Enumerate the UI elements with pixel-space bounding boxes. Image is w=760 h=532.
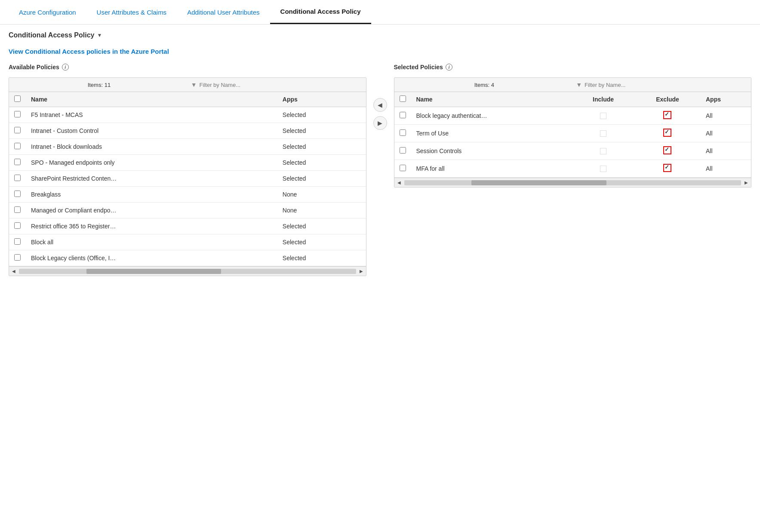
include-checkbox-icon [600,113,606,119]
available-row-checkbox[interactable] [14,143,21,149]
selected-row-exclude: ✓ [634,160,701,178]
transfer-buttons: ◀ ▶ [366,64,394,130]
selected-row-checkbox-cell [394,160,411,178]
available-table-row: SharePoint Restricted Conten… Selected [9,171,366,187]
selected-row-apps: All [701,160,751,178]
selected-exclude-col-header: Exclude [634,92,701,107]
available-table-row: Restrict office 365 to Register… Selecte… [9,218,366,234]
selected-row-checkbox-cell [394,142,411,160]
available-row-checkbox[interactable] [14,159,21,165]
available-table: Name Apps F5 Intranet - MCAS Selected In… [9,92,366,266]
selected-row-checkbox[interactable] [400,165,406,171]
available-policies-panel: Items: 11 ▼ Name [9,77,366,276]
available-table-row: Managed or Compliant endpo… None [9,203,366,218]
available-row-checkbox[interactable] [14,111,21,117]
selected-table-body: Block legacy authenticat… ✓ All Term of … [394,107,751,178]
available-filter-input[interactable] [200,82,361,88]
available-scroll-right[interactable]: ▶ [358,268,365,274]
selected-table-header: Name Include Exclude Apps [394,92,751,107]
selected-scroll-left[interactable]: ◀ [396,179,403,186]
available-section-label: Available Policies i [9,64,366,71]
available-row-checkbox-cell [9,155,26,171]
available-table-container: Name Apps F5 Intranet - MCAS Selected In… [9,92,366,266]
available-row-checkbox-cell [9,218,26,234]
available-row-checkbox[interactable] [14,127,21,133]
available-row-apps: Selected [277,250,366,266]
selected-select-all-checkbox[interactable] [400,95,406,102]
selected-filter-input[interactable] [585,82,746,88]
available-row-checkbox[interactable] [14,222,21,229]
selected-row-checkbox[interactable] [400,147,406,154]
available-scroll-track[interactable] [19,269,356,274]
transfer-left-btn[interactable]: ◀ [373,98,387,112]
selected-table-row: Session Controls ✓ All [394,142,751,160]
tab-azure-config[interactable]: Azure Configuration [9,1,86,24]
exclude-checkbox-icon[interactable]: ✓ [663,146,671,154]
include-checkbox-icon [600,166,606,172]
available-scroll-left[interactable]: ◀ [10,268,17,274]
selected-row-exclude: ✓ [634,107,701,125]
selected-filter-area: ▼ [576,81,746,88]
available-info-icon[interactable]: i [62,64,69,71]
available-table-row: Breakglass None [9,187,366,203]
available-table-row: F5 Intranet - MCAS Selected [9,107,366,123]
available-row-checkbox-cell [9,234,26,250]
available-filter-icon: ▼ [191,81,197,88]
exclude-checkbox-icon[interactable]: ✓ [663,164,671,172]
transfer-right-btn[interactable]: ▶ [373,116,387,130]
panels-outer: Available Policies i Items: 11 ▼ [9,64,751,276]
selected-row-apps: All [701,125,751,142]
selected-include-col-header: Include [572,92,634,107]
available-row-checkbox[interactable] [14,238,21,245]
selected-policies-section: Selected Policies i Items: 4 ▼ [394,64,752,188]
available-table-header: Name Apps [9,92,366,107]
selected-row-name: Session Controls [411,142,572,160]
available-h-scrollbar[interactable]: ◀ ▶ [9,266,366,276]
selected-row-checkbox[interactable] [400,112,406,118]
tab-additional-user-attrs[interactable]: Additional User Attributes [177,1,270,24]
available-row-apps: Selected [277,107,366,123]
available-select-all-checkbox[interactable] [14,95,21,102]
available-row-name: Block Legacy clients (Office, I… [26,250,277,266]
selected-panel-header: Items: 4 ▼ [394,78,751,92]
available-row-checkbox[interactable] [14,191,21,197]
selected-row-checkbox[interactable] [400,129,406,136]
include-checkbox-icon [600,130,606,137]
selected-table: Name Include Exclude Apps Block legacy a… [394,92,751,178]
selected-apps-col-header: Apps [701,92,751,107]
selected-scroll-right[interactable]: ▶ [743,179,750,186]
selected-row-name: Term of Use [411,125,572,142]
available-row-checkbox[interactable] [14,206,21,213]
tab-conditional-access[interactable]: Conditional Access Policy [270,0,371,24]
selected-policies-panel: Items: 4 ▼ Name [394,77,752,188]
selected-filter-icon: ▼ [576,81,582,88]
available-row-checkbox[interactable] [14,254,21,261]
exclude-checkbox-icon[interactable]: ✓ [663,111,671,119]
available-row-apps: None [277,187,366,203]
available-scroll-thumb [86,269,221,274]
available-row-name: Restrict office 365 to Register… [26,218,277,234]
available-row-checkbox-cell [9,250,26,266]
available-row-apps: Selected [277,139,366,155]
selected-scroll-track[interactable] [404,180,742,185]
available-apps-col-header: Apps [277,92,366,107]
selected-row-checkbox-cell [394,125,411,142]
available-panel-header: Items: 11 ▼ [9,78,366,92]
selected-row-name: Block legacy authenticat… [411,107,572,125]
title-dropdown-arrow[interactable]: ▼ [97,32,102,38]
available-row-apps: Selected [277,123,366,139]
available-row-name: Breakglass [26,187,277,203]
selected-info-icon[interactable]: i [446,64,452,71]
azure-portal-link[interactable]: View Conditional Access policies in the … [9,48,169,55]
exclude-checkbox-icon[interactable]: ✓ [663,129,671,137]
available-row-checkbox-cell [9,203,26,218]
tab-user-attrs-claims[interactable]: User Attributes & Claims [86,1,177,24]
selected-table-container: Name Include Exclude Apps Block legacy a… [394,92,751,178]
available-row-checkbox[interactable] [14,175,21,181]
available-table-row: Block Legacy clients (Office, I… Selecte… [9,250,366,266]
available-row-checkbox-cell [9,139,26,155]
selected-h-scrollbar[interactable]: ◀ ▶ [394,178,751,187]
include-checkbox-icon [600,148,606,154]
available-table-row: Block all Selected [9,234,366,250]
top-navigation: Azure Configuration User Attributes & Cl… [0,0,760,25]
